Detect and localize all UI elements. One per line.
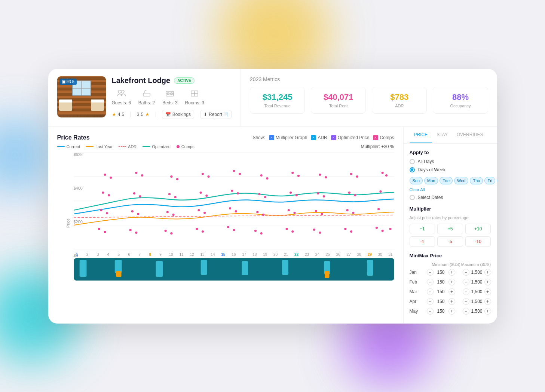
day-wed[interactable]: Wed: [454, 177, 468, 184]
attr-rooms-label: Rooms: 3: [185, 100, 204, 105]
mult-plus1[interactable]: +1: [410, 224, 435, 234]
multiplier-value: Multiplier: +30 %: [361, 144, 394, 149]
apr-max-plus[interactable]: +: [484, 298, 491, 305]
svg-point-93: [170, 232, 172, 235]
radio-all-days[interactable]: All Days: [410, 159, 491, 164]
radio-days-of-week[interactable]: Days of Week: [410, 167, 491, 172]
x-16: 16: [230, 252, 237, 257]
metric-total-rent: $40,071 Total Rent: [311, 87, 366, 114]
mult-pos-buttons: +1 +5 +10: [410, 224, 491, 234]
tab-stay[interactable]: STAY: [432, 127, 452, 143]
feb-max-plus[interactable]: +: [484, 279, 491, 285]
may-max-plus[interactable]: +: [484, 308, 491, 315]
mar-min-value: 150: [435, 289, 447, 294]
attr-guests: Guests: 6: [112, 89, 131, 105]
svg-point-30: [104, 174, 106, 176]
tab-price[interactable]: PRICE: [410, 127, 432, 143]
show-multiplier-label: Multiplier Graph: [276, 135, 307, 140]
right-panel: PRICE STAY OVERRIDES Apply to All Days: [404, 127, 497, 324]
multiplier-checkbox[interactable]: ✓: [269, 135, 274, 140]
apr-max-minus[interactable]: −: [463, 298, 469, 305]
minmax-jan-min: − 150 +: [427, 269, 455, 276]
svg-point-80: [262, 214, 264, 216]
mult-minus5[interactable]: -5: [437, 236, 463, 247]
feb-min-minus[interactable]: −: [427, 279, 434, 285]
mar-max-value: 1,500: [471, 289, 483, 294]
jan-max-plus[interactable]: +: [484, 269, 491, 276]
feb-max-minus[interactable]: −: [463, 279, 469, 285]
mult-minus10[interactable]: -10: [465, 236, 491, 247]
radio-circle-dow: [410, 167, 415, 172]
day-sun[interactable]: Sun: [410, 177, 423, 184]
clear-all-btn[interactable]: Clear All: [410, 187, 491, 192]
legend-optimized-label: Optimized: [152, 144, 171, 149]
mult-plus10[interactable]: +10: [465, 224, 491, 234]
svg-point-61: [264, 196, 266, 198]
day-tue[interactable]: Tue: [440, 177, 453, 184]
mult-plus5[interactable]: +5: [437, 224, 463, 234]
radio-select-dates[interactable]: Select Dates: [410, 195, 491, 200]
legend-lastyear-label: Last Year: [95, 144, 113, 149]
top-section: ▣ 93.5 Lakefront Lodge ACTIVE: [48, 69, 497, 127]
svg-point-41: [266, 177, 268, 180]
mar-max-minus[interactable]: −: [463, 288, 469, 295]
calendar-icon: 📅: [165, 112, 171, 117]
svg-point-88: [98, 228, 100, 230]
svg-point-77: [229, 207, 231, 209]
minmax-jan-max: − 1,500 +: [463, 269, 491, 276]
chart-panel: Price Rates Show: ✓ Multiplier Graph ✓ A…: [48, 127, 404, 324]
show-comps: ✓ Comps: [373, 135, 394, 140]
bookings-button[interactable]: 📅 Bookings: [162, 110, 194, 119]
svg-point-73: [166, 211, 168, 213]
x-4: 4: [105, 252, 111, 257]
report-button[interactable]: ⬇ Report 📄: [200, 110, 232, 119]
apply-to-options: All Days Days of Week: [410, 159, 491, 172]
svg-point-50: [102, 192, 104, 194]
svg-point-54: [168, 193, 170, 195]
occupancy-label: Occupancy: [439, 104, 481, 108]
may-max-minus[interactable]: −: [463, 308, 469, 315]
x-5: 5: [115, 252, 122, 257]
minmax-mar: Mar − 150 + − 1,500 +: [410, 288, 491, 295]
day-fri[interactable]: Fri: [484, 177, 495, 184]
svg-point-56: [199, 192, 202, 194]
jan-min-plus[interactable]: +: [448, 269, 455, 276]
apply-to-title: Apply to: [410, 150, 491, 155]
mar-min-minus[interactable]: −: [427, 288, 434, 295]
comps-dot-icon: [177, 145, 180, 148]
minmax-jan: Jan − 150 + − 1,500 +: [410, 269, 491, 276]
bottom-section: Price Rates Show: ✓ Multiplier Graph ✓ A…: [48, 127, 497, 324]
adr-checkbox[interactable]: ✓: [311, 135, 316, 140]
x-27: 27: [345, 252, 352, 257]
svg-point-92: [164, 230, 166, 232]
main-card: ▣ 93.5 Lakefront Lodge ACTIVE: [48, 69, 497, 324]
apr-min-plus[interactable]: +: [448, 298, 455, 305]
optimized-checkbox[interactable]: ✓: [331, 135, 336, 140]
day-thu[interactable]: Thu: [470, 177, 483, 184]
bath-icon: [142, 89, 151, 99]
x-7: 7: [136, 252, 143, 257]
jan-min-minus[interactable]: −: [427, 269, 434, 276]
mar-max-plus[interactable]: +: [484, 288, 491, 295]
day-mon[interactable]: Mon: [424, 177, 438, 184]
feb-max-value: 1,500: [471, 279, 483, 285]
apr-min-minus[interactable]: −: [427, 298, 434, 305]
jan-max-minus[interactable]: −: [463, 269, 469, 276]
may-min-minus[interactable]: −: [427, 308, 434, 315]
metrics-grid: $31,245 Total Revenue $40,071 Total Rent…: [250, 87, 488, 114]
svg-point-67: [354, 194, 356, 196]
mar-min-plus[interactable]: +: [448, 288, 455, 295]
property-score: ▣ 93.5: [59, 79, 77, 85]
may-min-plus[interactable]: +: [448, 308, 455, 315]
mult-minus1[interactable]: -1: [410, 236, 435, 247]
svg-point-94: [196, 228, 198, 230]
svg-point-91: [135, 232, 137, 234]
comps-checkbox[interactable]: ✓: [373, 135, 378, 140]
svg-point-63: [295, 194, 297, 196]
multiplier-section: Multiplier Adjust price rates by percent…: [410, 206, 491, 247]
svg-point-17: [118, 90, 121, 93]
feb-min-plus[interactable]: +: [448, 279, 455, 285]
tab-overrides[interactable]: OVERRIDES: [452, 127, 488, 143]
svg-point-81: [287, 209, 290, 211]
svg-point-62: [289, 192, 291, 194]
